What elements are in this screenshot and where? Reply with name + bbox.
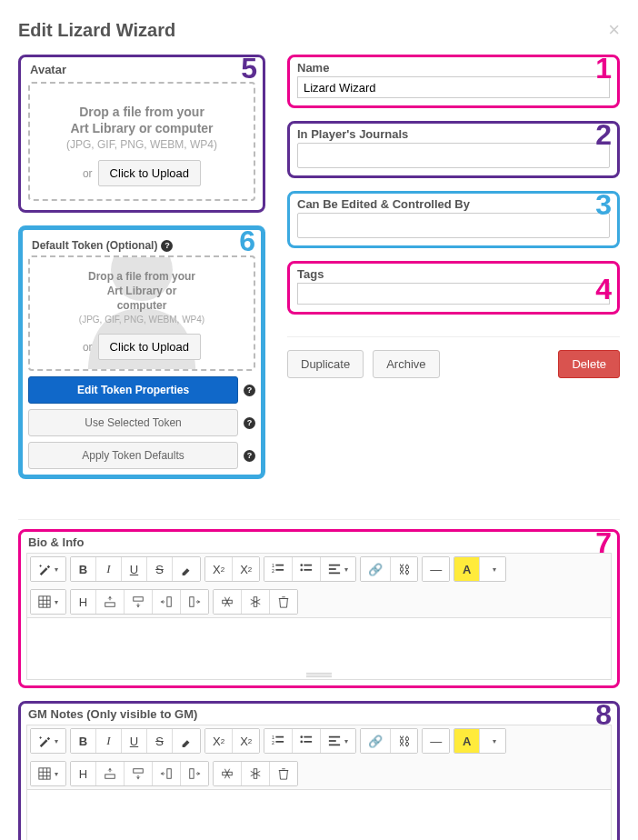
journals-section: In Player's Journals 2	[287, 121, 620, 178]
apply-token-defaults-button[interactable]: Apply Token Defaults	[28, 442, 238, 469]
avatar-dropzone[interactable]: Drop a file from your Art Library or com…	[28, 82, 255, 201]
strike-button[interactable]: S	[147, 557, 173, 581]
link-icon[interactable]: 🔗	[361, 557, 391, 581]
row-above-icon[interactable]	[96, 762, 125, 785]
subscript-button[interactable]: X2	[233, 729, 259, 753]
highlight-button[interactable]: A	[454, 557, 480, 581]
highlight-dropdown[interactable]	[480, 557, 505, 581]
help-icon[interactable]: ?	[244, 417, 255, 429]
token-dropzone[interactable]: Drop a file from your Art Library or com…	[28, 255, 255, 371]
hr-button[interactable]: —	[423, 729, 449, 753]
svg-rect-30	[304, 741, 313, 743]
svg-rect-2	[276, 565, 284, 566]
avatar-or-text: or	[83, 167, 93, 180]
heading-button[interactable]: H	[71, 590, 96, 614]
hr-button[interactable]: —	[423, 557, 449, 581]
close-icon[interactable]: ×	[608, 18, 620, 42]
edit-token-properties-button[interactable]: Edit Token Properties	[28, 376, 238, 404]
italic-button[interactable]: I	[96, 729, 122, 753]
help-icon[interactable]: ?	[244, 450, 255, 462]
bold-button[interactable]: B	[71, 729, 96, 753]
delete-button[interactable]: Delete	[558, 350, 620, 378]
col-left-icon[interactable]	[153, 762, 181, 785]
duplicate-button[interactable]: Duplicate	[287, 350, 364, 378]
strike-button[interactable]: S	[147, 729, 173, 753]
svg-rect-6	[304, 565, 313, 566]
col-right-icon[interactable]	[181, 590, 208, 614]
row-below-icon[interactable]	[125, 590, 153, 614]
highlight-button[interactable]: A	[454, 729, 480, 753]
bio-toolbar: B I U S X2 X2 12 🔗 ⛓ — A	[26, 553, 612, 618]
token-drop-text-2: Art Library or	[37, 285, 246, 299]
svg-text:2: 2	[272, 740, 274, 745]
ordered-list-icon[interactable]: 12	[264, 729, 293, 753]
delete-col-icon[interactable]	[242, 590, 270, 614]
annotation-7: 7	[595, 528, 612, 557]
archive-button[interactable]: Archive	[373, 350, 439, 378]
controlled-by-label: Can Be Edited & Controlled By	[290, 194, 617, 213]
unlink-icon[interactable]: ⛓	[391, 729, 417, 753]
superscript-button[interactable]: X2	[205, 557, 233, 581]
unlink-icon[interactable]: ⛓	[391, 557, 417, 581]
svg-rect-34	[39, 768, 50, 779]
svg-rect-19	[167, 597, 171, 607]
underline-button[interactable]: U	[122, 729, 147, 753]
magic-icon[interactable]	[31, 729, 65, 753]
token-upload-button[interactable]: Click to Upload	[98, 334, 201, 360]
name-label: Name	[290, 57, 617, 76]
controlled-by-input[interactable]	[297, 213, 610, 238]
annotation-5: 5	[241, 54, 257, 83]
bio-editor[interactable]	[26, 618, 612, 680]
avatar-drop-text-1: Drop a file from your	[39, 104, 244, 120]
table-icon[interactable]	[31, 590, 65, 614]
trash-icon[interactable]	[270, 762, 297, 785]
svg-point-27	[301, 735, 304, 738]
help-icon[interactable]: ?	[244, 385, 255, 396]
unordered-list-icon[interactable]	[293, 729, 321, 753]
avatar-upload-button[interactable]: Click to Upload	[98, 160, 201, 186]
ordered-list-icon[interactable]: 12	[264, 557, 293, 581]
magic-icon[interactable]	[31, 557, 65, 581]
eraser-icon[interactable]	[173, 729, 200, 753]
annotation-4: 4	[595, 275, 612, 304]
svg-rect-42	[190, 769, 194, 779]
superscript-button[interactable]: X2	[205, 729, 233, 753]
svg-point-29	[301, 741, 304, 744]
row-above-icon[interactable]	[96, 590, 125, 614]
gm-notes-section: GM Notes (Only visible to GM) B I U S X2…	[18, 701, 620, 840]
name-input[interactable]	[297, 76, 610, 98]
align-icon[interactable]	[321, 557, 355, 581]
gm-notes-editor[interactable]	[26, 790, 612, 840]
svg-rect-12	[39, 596, 50, 607]
bold-button[interactable]: B	[71, 557, 96, 581]
svg-rect-41	[167, 769, 171, 779]
resize-handle-icon[interactable]	[306, 673, 332, 677]
use-selected-token-button[interactable]: Use Selected Token	[28, 409, 238, 436]
col-left-icon[interactable]	[153, 590, 181, 614]
journals-input[interactable]	[297, 143, 610, 168]
delete-col-icon[interactable]	[242, 762, 270, 785]
table-icon[interactable]	[31, 762, 65, 785]
svg-rect-40	[134, 769, 144, 773]
col-right-icon[interactable]	[181, 762, 208, 785]
annotation-1: 1	[595, 54, 612, 83]
heading-button[interactable]: H	[71, 762, 96, 785]
align-icon[interactable]	[321, 729, 355, 753]
trash-icon[interactable]	[270, 590, 297, 614]
underline-button[interactable]: U	[122, 557, 147, 581]
delete-row-icon[interactable]	[214, 762, 242, 785]
controlled-by-section: Can Be Edited & Controlled By 3	[287, 191, 620, 248]
delete-row-icon[interactable]	[214, 590, 242, 614]
link-icon[interactable]: 🔗	[361, 729, 391, 753]
tags-input[interactable]	[297, 283, 610, 305]
svg-rect-28	[304, 736, 313, 738]
subscript-button[interactable]: X2	[233, 557, 259, 581]
highlight-dropdown[interactable]	[480, 729, 505, 753]
italic-button[interactable]: I	[96, 557, 122, 581]
help-icon[interactable]: ?	[161, 240, 173, 252]
row-below-icon[interactable]	[125, 762, 153, 785]
eraser-icon[interactable]	[173, 557, 200, 581]
svg-rect-26	[276, 741, 284, 743]
unordered-list-icon[interactable]	[293, 557, 321, 581]
svg-rect-20	[190, 597, 194, 607]
